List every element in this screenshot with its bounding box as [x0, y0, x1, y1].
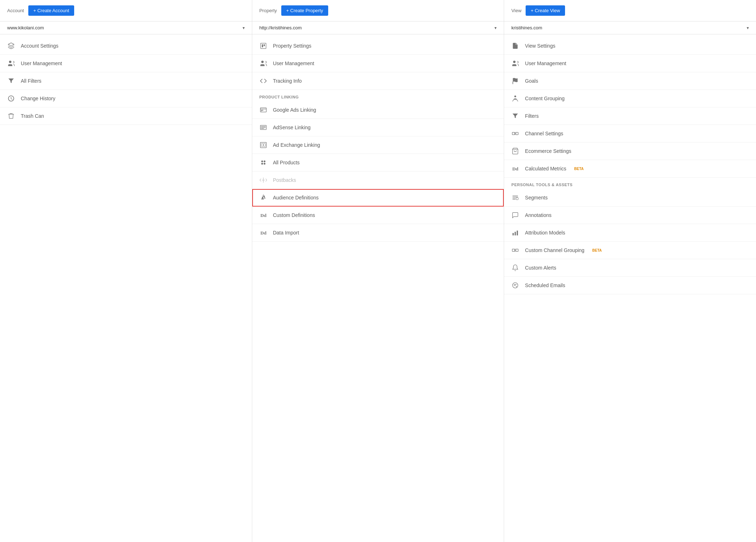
svg-text:Dd: Dd — [512, 166, 519, 171]
account-dropdown-row[interactable]: www.kikolani.com ▾ — [0, 21, 252, 34]
postbacks-icon — [259, 176, 267, 184]
view-dropdown-row[interactable]: kristihines.com ▾ — [504, 21, 756, 34]
data-import-label: Data Import — [273, 230, 299, 236]
svg-point-4 — [261, 61, 264, 63]
ecommerce-settings-item[interactable]: Ecommerce Settings — [504, 142, 756, 160]
property-user-management-label: User Management — [273, 61, 314, 66]
tracking-info-label: Tracking Info — [273, 78, 302, 84]
code-icon — [259, 77, 267, 85]
account-nav-items: Account Settings User Management All Fil… — [0, 34, 252, 128]
admin-panel: Account + Create Account www.kikolani.co… — [0, 0, 756, 542]
custom-dd-icon: Dd — [259, 211, 267, 219]
property-header: Property + Create Property — [252, 0, 504, 21]
change-history-item[interactable]: Change History — [0, 90, 252, 107]
custom-definitions-item[interactable]: Dd Custom Definitions — [252, 207, 504, 224]
users-icon — [7, 59, 15, 67]
tracking-info-item[interactable]: Tracking Info — [252, 72, 504, 90]
svg-point-19 — [264, 163, 265, 165]
svg-rect-1 — [260, 43, 266, 49]
svg-rect-12 — [261, 129, 264, 129]
view-column: View + Create View kristihines.com ▾ Vie… — [504, 0, 756, 542]
change-history-label: Change History — [21, 96, 56, 101]
google-ads-linking-item[interactable]: Google Ads Linking — [252, 101, 504, 119]
all-products-item[interactable]: All Products — [252, 154, 504, 171]
view-user-management-label: User Management — [525, 61, 566, 66]
view-settings-item[interactable]: View Settings — [504, 37, 756, 55]
audience-definitions-item[interactable]: Audience Definitions — [252, 189, 504, 207]
svg-rect-36 — [515, 232, 516, 236]
channel-settings-label: Channel Settings — [525, 131, 563, 136]
svg-rect-39 — [516, 249, 518, 252]
account-dropdown-arrow[interactable]: ▾ — [243, 25, 245, 30]
calculated-dd-icon: Dd — [511, 165, 519, 173]
view-filters-item[interactable]: Filters — [504, 107, 756, 125]
svg-point-16 — [261, 160, 263, 162]
custom-alerts-label: Custom Alerts — [525, 265, 556, 271]
svg-rect-2 — [262, 44, 263, 47]
building-icon — [7, 42, 15, 50]
svg-rect-37 — [517, 231, 518, 235]
svg-rect-25 — [512, 132, 515, 135]
calculated-metrics-item[interactable]: Dd Calculated Metrics BETA — [504, 160, 756, 178]
svg-rect-26 — [516, 132, 518, 135]
adsense-linking-label: AdSense Linking — [273, 125, 311, 130]
property-dropdown-row[interactable]: http://kristihines.com ▾ — [252, 21, 504, 34]
ecommerce-settings-label: Ecommerce Settings — [525, 148, 571, 154]
property-users-icon — [259, 59, 267, 67]
google-ads-linking-label: Google Ads Linking — [273, 107, 316, 113]
attribution-models-item[interactable]: Attribution Models — [504, 224, 756, 242]
svg-rect-10 — [261, 126, 265, 127]
segments-item[interactable]: Segments — [504, 189, 756, 207]
cart-icon — [511, 147, 519, 155]
annotations-item[interactable]: Annotations — [504, 207, 756, 224]
goals-item[interactable]: Goals — [504, 72, 756, 90]
all-products-label: All Products — [273, 160, 300, 165]
svg-point-0 — [9, 61, 11, 63]
create-property-button[interactable]: + Create Property — [281, 5, 328, 16]
exchange-icon — [259, 141, 267, 149]
calculated-metrics-label: Calculated Metrics — [525, 166, 566, 171]
scheduled-emails-item[interactable]: Scheduled Emails — [504, 277, 756, 294]
data-import-icon: Dd — [259, 229, 267, 237]
create-view-button[interactable]: + Create View — [526, 5, 565, 16]
svg-point-24 — [515, 96, 516, 97]
svg-text:Dd: Dd — [260, 213, 267, 218]
view-user-management-item[interactable]: User Management — [504, 55, 756, 72]
view-header: View + Create View — [504, 0, 756, 21]
account-settings-label: Account Settings — [21, 43, 58, 49]
svg-rect-3 — [264, 44, 265, 46]
svg-rect-11 — [261, 127, 265, 128]
create-account-button[interactable]: + Create Account — [28, 5, 74, 16]
adsense-icon — [259, 124, 267, 131]
adsense-linking-item[interactable]: AdSense Linking — [252, 119, 504, 136]
goals-label: Goals — [525, 78, 538, 84]
custom-channel-grouping-beta-badge: BETA — [592, 248, 602, 252]
flag-icon — [511, 77, 519, 85]
content-grouping-item[interactable]: Content Grouping — [504, 90, 756, 107]
account-label: Account — [7, 8, 24, 13]
view-dropdown-arrow[interactable]: ▾ — [747, 25, 749, 30]
svg-rect-15 — [264, 144, 265, 146]
calculated-metrics-beta-badge: BETA — [574, 167, 584, 171]
all-filters-item[interactable]: All Filters — [0, 72, 252, 90]
channel-settings-item[interactable]: Channel Settings — [504, 125, 756, 142]
annotations-icon — [511, 211, 519, 219]
postbacks-item[interactable]: Postbacks — [252, 171, 504, 189]
ad-exchange-linking-item[interactable]: Ad Exchange Linking — [252, 136, 504, 154]
custom-channel-grouping-label: Custom Channel Grouping — [525, 247, 584, 253]
trash-can-item[interactable]: Trash Can — [0, 107, 252, 125]
custom-definitions-label: Custom Definitions — [273, 212, 315, 218]
custom-channel-grouping-item[interactable]: Custom Channel Grouping BETA — [504, 242, 756, 259]
personal-tools-label: PERSONAL TOOLS & ASSETS — [504, 178, 756, 189]
account-settings-item[interactable]: Account Settings — [0, 37, 252, 55]
property-user-management-item[interactable]: User Management — [252, 55, 504, 72]
custom-alerts-item[interactable]: Custom Alerts — [504, 259, 756, 277]
view-filter-icon — [511, 112, 519, 120]
property-settings-item[interactable]: Property Settings — [252, 37, 504, 55]
property-dropdown-arrow[interactable]: ▾ — [494, 25, 497, 30]
products-icon — [259, 159, 267, 166]
data-import-item[interactable]: Dd Data Import — [252, 224, 504, 242]
account-user-management-item[interactable]: User Management — [0, 55, 252, 72]
postbacks-label: Postbacks — [273, 177, 296, 183]
view-label: View — [511, 8, 521, 13]
